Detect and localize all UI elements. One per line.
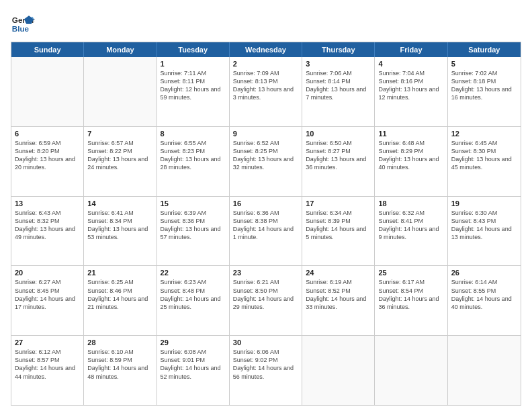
calendar-day-cell: 5Sunrise: 7:02 AM Sunset: 8:18 PM Daylig… (448, 57, 521, 126)
calendar-day-cell: 30Sunrise: 6:06 AM Sunset: 9:02 PM Dayli… (230, 336, 302, 405)
calendar-day-cell: 9Sunrise: 6:52 AM Sunset: 8:25 PM Daylig… (230, 127, 302, 196)
day-info: Sunrise: 6:57 AM Sunset: 8:22 PM Dayligh… (87, 139, 152, 172)
day-number: 12 (451, 130, 517, 138)
day-number: 24 (306, 269, 371, 277)
day-info: Sunrise: 6:36 AM Sunset: 8:38 PM Dayligh… (233, 209, 298, 242)
calendar-day-cell: 3Sunrise: 7:06 AM Sunset: 8:14 PM Daylig… (302, 57, 375, 126)
day-info: Sunrise: 7:04 AM Sunset: 8:16 PM Dayligh… (378, 69, 443, 102)
calendar-day-cell: 11Sunrise: 6:48 AM Sunset: 8:29 PM Dayli… (375, 127, 447, 196)
day-info: Sunrise: 6:27 AM Sunset: 8:45 PM Dayligh… (15, 278, 80, 311)
calendar-day-cell: 6Sunrise: 6:59 AM Sunset: 8:20 PM Daylig… (11, 127, 84, 196)
weekday-header: Wednesday (230, 42, 302, 57)
day-info: Sunrise: 6:06 AM Sunset: 9:02 PM Dayligh… (233, 348, 298, 381)
calendar-day-cell: 16Sunrise: 6:36 AM Sunset: 8:38 PM Dayli… (230, 197, 302, 266)
day-number: 1 (161, 60, 226, 68)
calendar-day-cell: 21Sunrise: 6:25 AM Sunset: 8:46 PM Dayli… (84, 266, 157, 335)
day-number: 8 (161, 130, 226, 138)
day-info: Sunrise: 6:23 AM Sunset: 8:48 PM Dayligh… (161, 278, 226, 311)
day-info: Sunrise: 6:59 AM Sunset: 8:20 PM Dayligh… (15, 139, 80, 172)
day-info: Sunrise: 6:19 AM Sunset: 8:52 PM Dayligh… (306, 278, 371, 311)
calendar-day-cell: 10Sunrise: 6:50 AM Sunset: 8:27 PM Dayli… (302, 127, 375, 196)
day-info: Sunrise: 6:52 AM Sunset: 8:25 PM Dayligh… (233, 139, 298, 172)
calendar-day-cell: 29Sunrise: 6:08 AM Sunset: 9:01 PM Dayli… (157, 336, 230, 405)
calendar-empty-cell (84, 57, 157, 126)
day-info: Sunrise: 7:11 AM Sunset: 8:11 PM Dayligh… (161, 69, 226, 102)
day-info: Sunrise: 6:25 AM Sunset: 8:46 PM Dayligh… (87, 278, 152, 311)
day-number: 11 (378, 130, 443, 138)
calendar-body: 1Sunrise: 7:11 AM Sunset: 8:11 PM Daylig… (11, 57, 521, 405)
day-number: 25 (378, 269, 443, 277)
page: General Blue SundayMondayTuesdayWednesda… (0, 0, 532, 411)
calendar-day-cell: 7Sunrise: 6:57 AM Sunset: 8:22 PM Daylig… (84, 127, 157, 196)
calendar-day-cell: 12Sunrise: 6:45 AM Sunset: 8:30 PM Dayli… (448, 127, 521, 196)
day-info: Sunrise: 6:34 AM Sunset: 8:39 PM Dayligh… (306, 209, 371, 242)
calendar-day-cell: 23Sunrise: 6:21 AM Sunset: 8:50 PM Dayli… (230, 266, 302, 335)
day-number: 26 (451, 269, 517, 277)
calendar-day-cell: 20Sunrise: 6:27 AM Sunset: 8:45 PM Dayli… (11, 266, 84, 335)
svg-text:Blue: Blue (12, 24, 30, 33)
day-number: 7 (87, 130, 152, 138)
calendar-day-cell: 17Sunrise: 6:34 AM Sunset: 8:39 PM Dayli… (302, 197, 375, 266)
day-info: Sunrise: 6:41 AM Sunset: 8:34 PM Dayligh… (87, 209, 152, 242)
day-number: 13 (15, 199, 80, 208)
day-info: Sunrise: 6:10 AM Sunset: 8:59 PM Dayligh… (87, 348, 152, 381)
header: General Blue (11, 11, 521, 35)
calendar-row: 13Sunrise: 6:43 AM Sunset: 8:32 PM Dayli… (11, 197, 521, 267)
day-number: 29 (161, 338, 226, 347)
day-info: Sunrise: 7:09 AM Sunset: 8:13 PM Dayligh… (233, 69, 298, 102)
day-number: 2 (233, 60, 298, 68)
calendar-day-cell: 22Sunrise: 6:23 AM Sunset: 8:48 PM Dayli… (157, 266, 230, 335)
calendar-empty-cell (302, 336, 375, 405)
day-info: Sunrise: 7:02 AM Sunset: 8:18 PM Dayligh… (451, 69, 517, 102)
day-number: 28 (87, 338, 152, 347)
day-info: Sunrise: 6:48 AM Sunset: 8:29 PM Dayligh… (378, 139, 443, 172)
day-info: Sunrise: 7:06 AM Sunset: 8:14 PM Dayligh… (306, 69, 371, 102)
calendar-empty-cell (448, 336, 521, 405)
day-number: 22 (161, 269, 226, 277)
day-info: Sunrise: 6:14 AM Sunset: 8:55 PM Dayligh… (451, 278, 517, 311)
day-number: 16 (233, 199, 298, 208)
day-info: Sunrise: 6:45 AM Sunset: 8:30 PM Dayligh… (451, 139, 517, 172)
calendar: SundayMondayTuesdayWednesdayThursdayFrid… (11, 42, 521, 406)
calendar-day-cell: 13Sunrise: 6:43 AM Sunset: 8:32 PM Dayli… (11, 197, 84, 266)
day-number: 27 (15, 338, 80, 347)
day-info: Sunrise: 6:12 AM Sunset: 8:57 PM Dayligh… (15, 348, 80, 381)
day-number: 23 (233, 269, 298, 277)
weekday-header: Tuesday (157, 42, 230, 57)
calendar-row: 1Sunrise: 7:11 AM Sunset: 8:11 PM Daylig… (11, 57, 521, 127)
weekday-header: Monday (84, 42, 157, 57)
day-info: Sunrise: 6:32 AM Sunset: 8:41 PM Dayligh… (378, 209, 443, 242)
weekday-header: Friday (375, 42, 447, 57)
day-number: 21 (87, 269, 152, 277)
logo: General Blue (11, 11, 35, 35)
weekday-header: Thursday (302, 42, 375, 57)
day-number: 4 (378, 60, 443, 68)
generalblue-logo-icon: General Blue (11, 11, 35, 35)
calendar-empty-cell (11, 57, 84, 126)
calendar-day-cell: 27Sunrise: 6:12 AM Sunset: 8:57 PM Dayli… (11, 336, 84, 405)
day-info: Sunrise: 6:30 AM Sunset: 8:43 PM Dayligh… (451, 209, 517, 242)
calendar-day-cell: 4Sunrise: 7:04 AM Sunset: 8:16 PM Daylig… (375, 57, 447, 126)
calendar-day-cell: 2Sunrise: 7:09 AM Sunset: 8:13 PM Daylig… (230, 57, 302, 126)
weekday-header: Saturday (448, 42, 521, 57)
calendar-day-cell: 26Sunrise: 6:14 AM Sunset: 8:55 PM Dayli… (448, 266, 521, 335)
day-number: 18 (378, 199, 443, 208)
calendar-day-cell: 25Sunrise: 6:17 AM Sunset: 8:54 PM Dayli… (375, 266, 447, 335)
day-number: 15 (161, 199, 226, 208)
calendar-row: 27Sunrise: 6:12 AM Sunset: 8:57 PM Dayli… (11, 336, 521, 405)
calendar-day-cell: 1Sunrise: 7:11 AM Sunset: 8:11 PM Daylig… (157, 57, 230, 126)
calendar-day-cell: 15Sunrise: 6:39 AM Sunset: 8:36 PM Dayli… (157, 197, 230, 266)
calendar-header: SundayMondayTuesdayWednesdayThursdayFrid… (11, 42, 521, 57)
calendar-row: 20Sunrise: 6:27 AM Sunset: 8:45 PM Dayli… (11, 266, 521, 336)
calendar-row: 6Sunrise: 6:59 AM Sunset: 8:20 PM Daylig… (11, 127, 521, 197)
weekday-header: Sunday (11, 42, 84, 57)
day-number: 9 (233, 130, 298, 138)
day-number: 17 (306, 199, 371, 208)
day-number: 19 (451, 199, 517, 208)
calendar-day-cell: 18Sunrise: 6:32 AM Sunset: 8:41 PM Dayli… (375, 197, 447, 266)
day-number: 20 (15, 269, 80, 277)
day-number: 30 (233, 338, 298, 347)
calendar-day-cell: 8Sunrise: 6:55 AM Sunset: 8:23 PM Daylig… (157, 127, 230, 196)
calendar-day-cell: 14Sunrise: 6:41 AM Sunset: 8:34 PM Dayli… (84, 197, 157, 266)
day-info: Sunrise: 6:21 AM Sunset: 8:50 PM Dayligh… (233, 278, 298, 311)
